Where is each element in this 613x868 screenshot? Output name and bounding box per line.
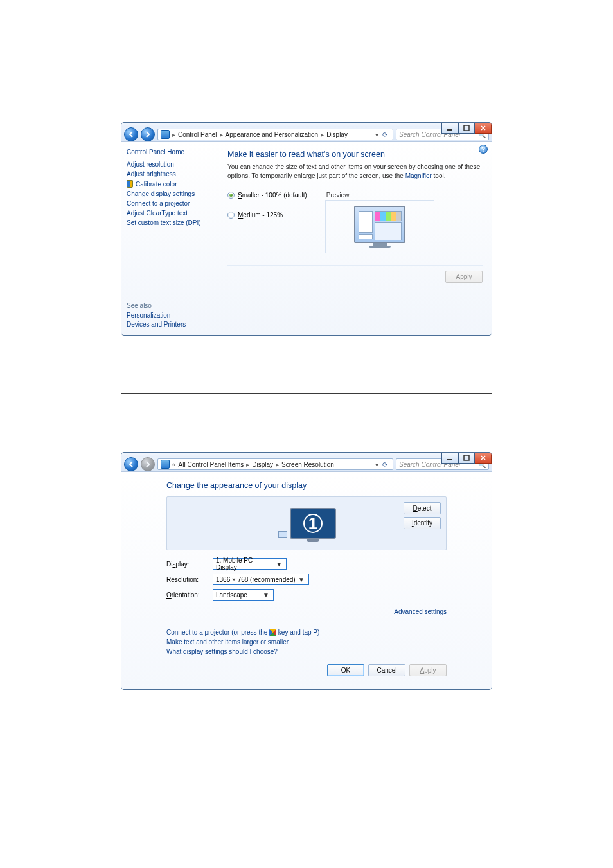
ok-button[interactable]: OK [327,664,364,676]
maximize-button[interactable] [458,452,475,464]
maximize-button[interactable] [458,122,475,134]
page-title: Change the appearance of your display [166,481,447,490]
address-bar: ▸ Control Panel ▸ Appearance and Persona… [121,127,492,142]
minimize-button[interactable] [441,122,458,134]
svg-rect-3 [464,455,469,460]
titlebar [121,123,492,127]
connect-projector-link[interactable]: Connect to a projector (or press the key… [166,629,447,636]
radio-medium-125[interactable]: Medium - 125% [227,212,307,219]
orientation-label: Orientation: [166,592,206,599]
radio-icon [227,192,235,199]
minimize-button[interactable] [441,452,458,464]
preview-fieldset: Preview [325,192,434,253]
forward-button[interactable] [141,457,155,471]
sidebar-link-change-display-settings[interactable]: Change display settings [127,190,213,197]
breadcrumb-item[interactable]: Appearance and Personalization [226,131,319,138]
cancel-button[interactable]: Cancel [368,664,405,676]
shield-icon [127,180,133,188]
resolution-combobox[interactable]: 1366 × 768 (recommended)▼ [213,574,309,585]
control-panel-icon [161,460,170,469]
magnifier-link[interactable]: Magnifier [405,172,432,179]
refresh-icon[interactable]: ⟳ [380,461,390,468]
breadcrumb[interactable]: ▸ Control Panel ▸ Appearance and Persona… [157,129,393,140]
help-which-settings-link[interactable]: What display settings should I choose? [166,648,447,655]
advanced-settings-link[interactable]: Advanced settings [394,608,447,615]
see-also-title: See also [127,302,217,309]
display-settings-window: ▸ Control Panel ▸ Appearance and Persona… [121,122,492,336]
sidebar-link-adjust-brightness[interactable]: Adjust brightness [127,170,213,177]
text-size-options: Smaller - 100% (default) Medium - 125% [227,192,307,219]
main-content: Make it easier to read what's on your sc… [218,142,492,335]
breadcrumb-overflow-icon[interactable]: « [172,461,176,468]
apply-button[interactable]: Apply [445,271,483,283]
refresh-icon[interactable]: ⟳ [380,131,390,138]
identify-button[interactable]: Identify [404,517,441,529]
separator [121,393,492,394]
chevron-right-icon: ▸ [246,461,249,468]
breadcrumb-dropdown[interactable]: ▾⟳ [375,461,390,468]
preview-pane [325,200,434,253]
display-combobox[interactable]: 1. Mobile PC Display▼ [213,558,287,570]
sidebar-link-calibrate-color[interactable]: Calibrate color [127,180,213,188]
monitor-1-icon[interactable]: 1 [290,508,336,539]
breadcrumb-item[interactable]: Display [326,131,348,138]
see-also-personalization[interactable]: Personalization [127,312,217,319]
text-size-link[interactable]: Make text and other items larger or smal… [166,638,447,646]
control-panel-icon [161,130,170,139]
close-button[interactable] [475,452,492,464]
chevron-right-icon: ▸ [321,131,324,138]
sidebar-link-connect-projector[interactable]: Connect to a projector [127,200,213,207]
breadcrumb-item[interactable]: Display [252,461,273,468]
chevron-down-icon: ▼ [262,592,271,599]
sidebar-link-adjust-cleartype[interactable]: Adjust ClearType text [127,210,213,217]
separator [121,748,492,748]
sidebar: Control Panel Home Adjust resolution Adj… [121,142,218,335]
see-also-devices-printers[interactable]: Devices and Printers [127,321,217,328]
chevron-right-icon: ▸ [276,461,279,468]
chevron-down-icon: ▼ [297,576,306,583]
window-controls [441,452,492,464]
back-button[interactable] [124,127,138,141]
screen-resolution-window: « All Control Panel Items ▸ Display ▸ Sc… [121,452,492,690]
monitor-number: 1 [303,514,323,533]
svg-rect-0 [447,129,452,131]
breadcrumb-item[interactable]: Control Panel [178,131,217,138]
svg-rect-1 [464,125,469,131]
breadcrumb-item[interactable]: All Control Panel Items [179,461,244,468]
close-button[interactable] [475,122,492,134]
page-description: You can change the size of text and othe… [227,163,483,180]
display-arrangement-area[interactable]: Detect Identify 1 [166,496,447,550]
chevron-right-icon: ▸ [172,131,175,138]
chevron-right-icon: ▸ [220,131,223,138]
breadcrumb-dropdown[interactable]: ▾⟳ [375,131,390,138]
windows-key-icon [269,629,276,636]
back-button[interactable] [124,457,138,471]
control-panel-home-link[interactable]: Control Panel Home [127,149,213,156]
apply-button[interactable]: Apply [409,664,447,676]
separator [166,622,447,622]
monitor-icon [354,206,405,248]
titlebar [121,453,492,457]
orientation-combobox[interactable]: Landscape▼ [213,589,274,601]
secondary-monitor-icon [278,531,287,538]
resolution-label: Resolution: [166,576,206,583]
sidebar-link-adjust-resolution[interactable]: Adjust resolution [127,161,213,168]
address-bar: « All Control Panel Items ▸ Display ▸ Sc… [121,457,492,472]
breadcrumb-item[interactable]: Screen Resolution [281,461,334,468]
sidebar-link-set-custom-dpi[interactable]: Set custom text size (DPI) [127,219,213,226]
chevron-down-icon: ▼ [274,561,283,568]
forward-button[interactable] [141,127,155,141]
see-also: See also Personalization Devices and Pri… [127,302,217,330]
radio-icon [227,212,235,219]
window-controls [441,122,492,134]
preview-label: Preview [325,192,434,199]
display-label: Display: [166,561,206,568]
radio-smaller-100[interactable]: Smaller - 100% (default) [227,192,307,199]
breadcrumb[interactable]: « All Control Panel Items ▸ Display ▸ Sc… [157,458,393,470]
page-title: Make it easier to read what's on your sc… [227,150,483,159]
svg-rect-2 [447,459,452,460]
detect-button[interactable]: Detect [404,502,441,514]
